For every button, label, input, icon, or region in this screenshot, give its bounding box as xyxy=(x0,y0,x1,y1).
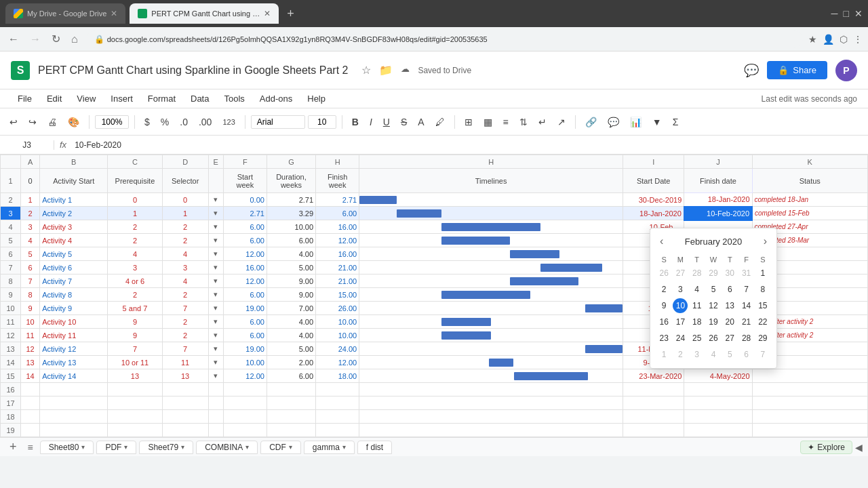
share-button[interactable]: 🔒 Share xyxy=(767,61,827,79)
cell-prerequisite[interactable]: 7 xyxy=(108,342,162,356)
borders-button[interactable]: ▦ xyxy=(479,114,496,130)
empty-cell[interactable] xyxy=(267,383,315,396)
sheet-tab-gamma[interactable]: gamma ▾ xyxy=(304,441,355,454)
empty-cell[interactable] xyxy=(267,424,315,437)
empty-cell[interactable] xyxy=(684,424,752,437)
col-header-J[interactable]: I xyxy=(623,155,684,169)
empty-cell[interactable] xyxy=(684,410,752,424)
menu-data[interactable]: Data xyxy=(184,92,216,105)
tab-drive-close[interactable]: ✕ xyxy=(111,9,117,18)
empty-cell[interactable] xyxy=(108,424,162,437)
cell-selector[interactable]: 2 xyxy=(162,288,208,302)
cell-A[interactable]: 10 xyxy=(21,315,40,329)
calendar-day[interactable]: 29 xyxy=(706,266,721,281)
empty-cell[interactable] xyxy=(21,396,40,410)
percent-button[interactable]: % xyxy=(157,114,173,130)
cell-start-week[interactable]: 6.00 xyxy=(223,220,267,234)
calendar-day[interactable]: 6 xyxy=(739,347,754,362)
user-avatar[interactable]: P xyxy=(835,60,857,81)
empty-cell[interactable] xyxy=(752,396,867,410)
tab-sheets[interactable]: PERT CPM Gantt Chart using Sp... ✕ xyxy=(130,3,279,24)
link-button[interactable]: 🔗 xyxy=(581,114,601,130)
comment-icon[interactable]: 💬 xyxy=(744,63,759,78)
cell-A[interactable]: 6 xyxy=(21,261,40,274)
empty-cell[interactable] xyxy=(316,410,359,424)
menu-tools[interactable]: Tools xyxy=(217,92,251,105)
cell-start-week[interactable]: 12.00 xyxy=(223,247,267,261)
empty-cell[interactable] xyxy=(21,410,40,424)
calendar-day[interactable]: 24 xyxy=(673,331,688,346)
profile-icon[interactable]: 👤 xyxy=(823,34,834,45)
filter-button[interactable]: ▼ xyxy=(648,114,666,130)
cell-start-date[interactable]: 23-Mar-2020 xyxy=(623,369,684,383)
explore-button[interactable]: ✦ Explore xyxy=(800,441,852,454)
cell-start-week[interactable]: 0.00 xyxy=(223,193,267,207)
cell-duration[interactable]: 5.00 xyxy=(267,261,315,274)
cell-dropdown[interactable]: ▾ xyxy=(208,369,223,383)
cell-activity-name[interactable]: Activity 2 xyxy=(40,207,108,220)
cell-activity-name[interactable]: Activity 8 xyxy=(40,288,108,302)
cell-duration[interactable]: 3.29 xyxy=(267,207,315,220)
cell-prerequisite[interactable]: 10 or 11 xyxy=(108,356,162,369)
cell-A[interactable]: 9 xyxy=(21,302,40,315)
cell-prerequisite[interactable]: 4 xyxy=(108,247,162,261)
datepicker-next-button[interactable]: › xyxy=(760,234,771,249)
empty-cell[interactable] xyxy=(623,410,684,424)
calendar-day[interactable]: 27 xyxy=(673,266,688,281)
cell-activity-name[interactable]: Activity 4 xyxy=(40,234,108,247)
cell-A[interactable]: 1 xyxy=(21,193,40,207)
cell-activity-name[interactable]: Activity 13 xyxy=(40,356,108,369)
cell-selector[interactable]: 4 xyxy=(162,247,208,261)
empty-cell[interactable] xyxy=(359,396,623,410)
cell-dropdown[interactable]: ▾ xyxy=(208,356,223,369)
cell-finish-week[interactable]: 10.00 xyxy=(316,315,359,329)
home-button[interactable]: ⌂ xyxy=(68,30,81,48)
calendar-day[interactable]: 28 xyxy=(690,266,705,281)
cell-activity-name[interactable]: Activity 3 xyxy=(40,220,108,234)
calendar-day[interactable]: 11 xyxy=(690,298,705,313)
valign-button[interactable]: ⇅ xyxy=(515,114,532,130)
menu-edit[interactable]: Edit xyxy=(40,92,68,105)
cell-finish-week[interactable]: 2.71 xyxy=(316,193,359,207)
align-button[interactable]: ≡ xyxy=(499,114,513,130)
calendar-day[interactable]: 6 xyxy=(722,282,737,297)
cell-finish-week[interactable]: 16.00 xyxy=(316,220,359,234)
cell-prerequisite[interactable]: 3 xyxy=(108,261,162,274)
highlight-color-button[interactable]: 🖊 xyxy=(431,114,449,130)
calendar-day[interactable]: 1 xyxy=(755,266,770,281)
empty-cell[interactable] xyxy=(359,424,623,437)
cell-prerequisite[interactable]: 13 xyxy=(108,369,162,383)
tab-sheets-close[interactable]: ✕ xyxy=(264,9,271,18)
empty-cell[interactable] xyxy=(623,396,684,410)
calendar-day[interactable]: 2 xyxy=(673,347,688,362)
cell-prerequisite[interactable]: 0 xyxy=(108,193,162,207)
calendar-day[interactable]: 4 xyxy=(706,347,721,362)
empty-cell[interactable] xyxy=(316,396,359,410)
menu-file[interactable]: File xyxy=(11,92,39,105)
cell-start-week[interactable]: 6.00 xyxy=(223,329,267,342)
text-color-button[interactable]: A xyxy=(414,114,428,130)
rotate-button[interactable]: ↗ xyxy=(553,114,570,130)
cell-finish-week[interactable]: 16.00 xyxy=(316,247,359,261)
bold-button[interactable]: B xyxy=(348,114,363,130)
empty-cell[interactable] xyxy=(108,396,162,410)
cell-duration[interactable]: 4.00 xyxy=(267,329,315,342)
empty-cell[interactable] xyxy=(40,410,108,424)
cell-activity-name[interactable]: Activity 10 xyxy=(40,315,108,329)
currency-button[interactable]: $ xyxy=(140,114,154,130)
calendar-day[interactable]: 30 xyxy=(722,266,737,281)
cell-duration[interactable]: 4.00 xyxy=(267,247,315,261)
calendar-day[interactable]: 13 xyxy=(722,298,737,313)
print-button[interactable]: 🖨 xyxy=(43,114,61,130)
cell-prerequisite[interactable]: 5 and 7 xyxy=(108,302,162,315)
empty-cell[interactable] xyxy=(108,383,162,396)
empty-cell[interactable] xyxy=(267,410,315,424)
cell-A[interactable]: 12 xyxy=(21,342,40,356)
cell-prerequisite[interactable]: 2 xyxy=(108,288,162,302)
back-button[interactable]: ← xyxy=(5,30,22,48)
cell-finish-week[interactable]: 26.00 xyxy=(316,302,359,315)
empty-cell[interactable] xyxy=(40,396,108,410)
cell-duration[interactable]: 10.00 xyxy=(267,220,315,234)
col-header-H[interactable]: H xyxy=(316,155,359,169)
cell-dropdown[interactable]: ▾ xyxy=(208,234,223,247)
